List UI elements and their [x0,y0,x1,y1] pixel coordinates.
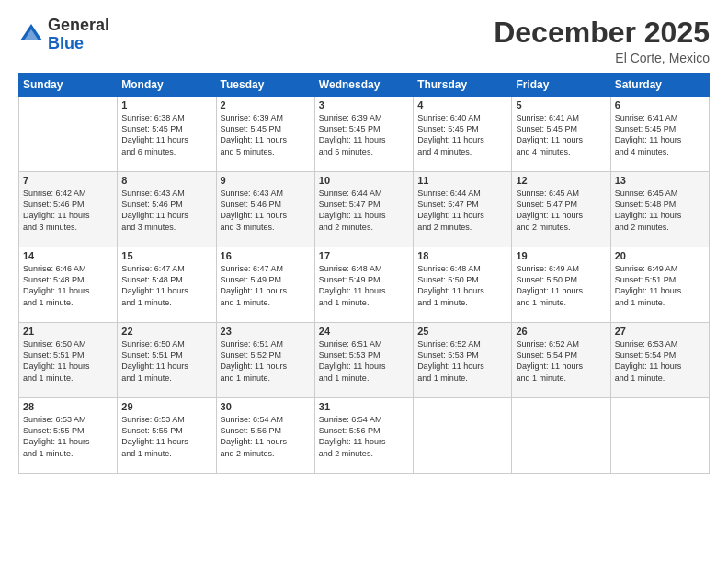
week-row-3: 14Sunrise: 6:46 AM Sunset: 5:48 PM Dayli… [19,247,710,323]
day-info: Sunrise: 6:43 AM Sunset: 5:46 PM Dayligh… [121,188,211,233]
day-number: 4 [417,99,507,110]
logo-general: General [48,16,109,34]
day-number: 7 [23,175,113,186]
calendar-table: SundayMondayTuesdayWednesdayThursdayFrid… [18,73,710,474]
week-row-4: 21Sunrise: 6:50 AM Sunset: 5:51 PM Dayli… [19,323,710,398]
column-header-monday: Monday [118,74,216,97]
day-cell: 30Sunrise: 6:54 AM Sunset: 5:56 PM Dayli… [216,398,314,474]
day-number: 30 [221,401,311,412]
day-cell [512,398,610,474]
day-cell: 14Sunrise: 6:46 AM Sunset: 5:48 PM Dayli… [19,247,118,323]
day-number: 29 [121,401,211,412]
day-info: Sunrise: 6:47 AM Sunset: 5:48 PM Dayligh… [121,263,211,308]
day-number: 5 [516,99,606,110]
day-cell: 10Sunrise: 6:44 AM Sunset: 5:47 PM Dayli… [314,172,413,247]
day-number: 18 [417,250,507,261]
day-cell: 17Sunrise: 6:48 AM Sunset: 5:49 PM Dayli… [314,247,413,323]
day-cell: 2Sunrise: 6:39 AM Sunset: 5:45 PM Daylig… [216,97,314,172]
day-number: 11 [417,175,507,186]
day-info: Sunrise: 6:42 AM Sunset: 5:46 PM Dayligh… [23,188,113,233]
day-number: 13 [615,175,705,186]
day-cell: 28Sunrise: 6:53 AM Sunset: 5:55 PM Dayli… [19,398,118,474]
logo-text: General Blue [48,17,109,53]
day-number: 28 [23,401,113,412]
day-number: 3 [319,99,409,110]
day-cell: 18Sunrise: 6:48 AM Sunset: 5:50 PM Dayli… [414,247,512,323]
day-info: Sunrise: 6:49 AM Sunset: 5:50 PM Dayligh… [516,263,606,308]
day-number: 26 [516,326,606,337]
day-number: 2 [221,99,311,110]
day-cell [414,398,512,474]
day-cell: 5Sunrise: 6:41 AM Sunset: 5:45 PM Daylig… [512,97,610,172]
calendar-page: General Blue December 2025 El Corte, Mex… [0,0,728,563]
day-info: Sunrise: 6:41 AM Sunset: 5:45 PM Dayligh… [615,112,705,157]
day-number: 14 [23,250,113,261]
day-cell: 3Sunrise: 6:39 AM Sunset: 5:45 PM Daylig… [314,97,413,172]
day-number: 22 [121,326,211,337]
day-info: Sunrise: 6:51 AM Sunset: 5:53 PM Dayligh… [319,339,409,384]
day-info: Sunrise: 6:41 AM Sunset: 5:45 PM Dayligh… [516,112,606,157]
day-cell: 8Sunrise: 6:43 AM Sunset: 5:46 PM Daylig… [118,172,216,247]
day-number: 6 [615,99,705,110]
day-info: Sunrise: 6:50 AM Sunset: 5:51 PM Dayligh… [23,339,113,384]
day-number: 15 [121,250,211,261]
day-number: 9 [221,175,311,186]
day-info: Sunrise: 6:50 AM Sunset: 5:51 PM Dayligh… [121,339,211,384]
day-info: Sunrise: 6:48 AM Sunset: 5:50 PM Dayligh… [417,263,507,308]
day-cell: 26Sunrise: 6:52 AM Sunset: 5:54 PM Dayli… [512,323,610,398]
day-info: Sunrise: 6:44 AM Sunset: 5:47 PM Dayligh… [319,188,409,233]
day-number: 21 [23,326,113,337]
location: El Corte, Mexico [494,51,710,65]
day-number: 31 [319,401,409,412]
day-cell: 12Sunrise: 6:45 AM Sunset: 5:47 PM Dayli… [512,172,610,247]
column-header-sunday: Sunday [19,74,118,97]
logo-blue: Blue [48,34,84,52]
day-cell: 24Sunrise: 6:51 AM Sunset: 5:53 PM Dayli… [314,323,413,398]
day-info: Sunrise: 6:39 AM Sunset: 5:45 PM Dayligh… [221,112,311,157]
week-row-5: 28Sunrise: 6:53 AM Sunset: 5:55 PM Dayli… [19,398,710,474]
day-cell [19,97,118,172]
day-cell: 11Sunrise: 6:44 AM Sunset: 5:47 PM Dayli… [414,172,512,247]
day-info: Sunrise: 6:53 AM Sunset: 5:54 PM Dayligh… [615,339,705,384]
day-cell: 20Sunrise: 6:49 AM Sunset: 5:51 PM Dayli… [610,247,709,323]
column-header-tuesday: Tuesday [216,74,314,97]
title-block: December 2025 El Corte, Mexico [494,17,710,65]
logo-icon [18,22,44,48]
day-cell: 4Sunrise: 6:40 AM Sunset: 5:45 PM Daylig… [414,97,512,172]
day-info: Sunrise: 6:53 AM Sunset: 5:55 PM Dayligh… [121,414,211,459]
day-info: Sunrise: 6:54 AM Sunset: 5:56 PM Dayligh… [319,414,409,459]
day-number: 27 [615,326,705,337]
header-row: SundayMondayTuesdayWednesdayThursdayFrid… [19,74,710,97]
day-cell [610,398,709,474]
day-info: Sunrise: 6:43 AM Sunset: 5:46 PM Dayligh… [221,188,311,233]
day-number: 8 [121,175,211,186]
day-cell: 27Sunrise: 6:53 AM Sunset: 5:54 PM Dayli… [610,323,709,398]
day-number: 25 [417,326,507,337]
day-number: 12 [516,175,606,186]
column-header-wednesday: Wednesday [314,74,413,97]
day-info: Sunrise: 6:52 AM Sunset: 5:54 PM Dayligh… [516,339,606,384]
day-number: 16 [221,250,311,261]
day-number: 17 [319,250,409,261]
day-number: 19 [516,250,606,261]
day-cell: 7Sunrise: 6:42 AM Sunset: 5:46 PM Daylig… [19,172,118,247]
day-cell: 22Sunrise: 6:50 AM Sunset: 5:51 PM Dayli… [118,323,216,398]
day-number: 23 [221,326,311,337]
day-info: Sunrise: 6:45 AM Sunset: 5:47 PM Dayligh… [516,188,606,233]
day-info: Sunrise: 6:49 AM Sunset: 5:51 PM Dayligh… [615,263,705,308]
day-info: Sunrise: 6:45 AM Sunset: 5:48 PM Dayligh… [615,188,705,233]
day-info: Sunrise: 6:44 AM Sunset: 5:47 PM Dayligh… [417,188,507,233]
column-header-friday: Friday [512,74,610,97]
day-cell: 16Sunrise: 6:47 AM Sunset: 5:49 PM Dayli… [216,247,314,323]
month-title: December 2025 [494,17,710,49]
week-row-1: 1Sunrise: 6:38 AM Sunset: 5:45 PM Daylig… [19,97,710,172]
week-row-2: 7Sunrise: 6:42 AM Sunset: 5:46 PM Daylig… [19,172,710,247]
day-info: Sunrise: 6:46 AM Sunset: 5:48 PM Dayligh… [23,263,113,308]
day-cell: 1Sunrise: 6:38 AM Sunset: 5:45 PM Daylig… [118,97,216,172]
day-cell: 19Sunrise: 6:49 AM Sunset: 5:50 PM Dayli… [512,247,610,323]
day-number: 24 [319,326,409,337]
day-info: Sunrise: 6:51 AM Sunset: 5:52 PM Dayligh… [221,339,311,384]
day-info: Sunrise: 6:38 AM Sunset: 5:45 PM Dayligh… [121,112,211,157]
day-cell: 31Sunrise: 6:54 AM Sunset: 5:56 PM Dayli… [314,398,413,474]
column-header-saturday: Saturday [610,74,709,97]
